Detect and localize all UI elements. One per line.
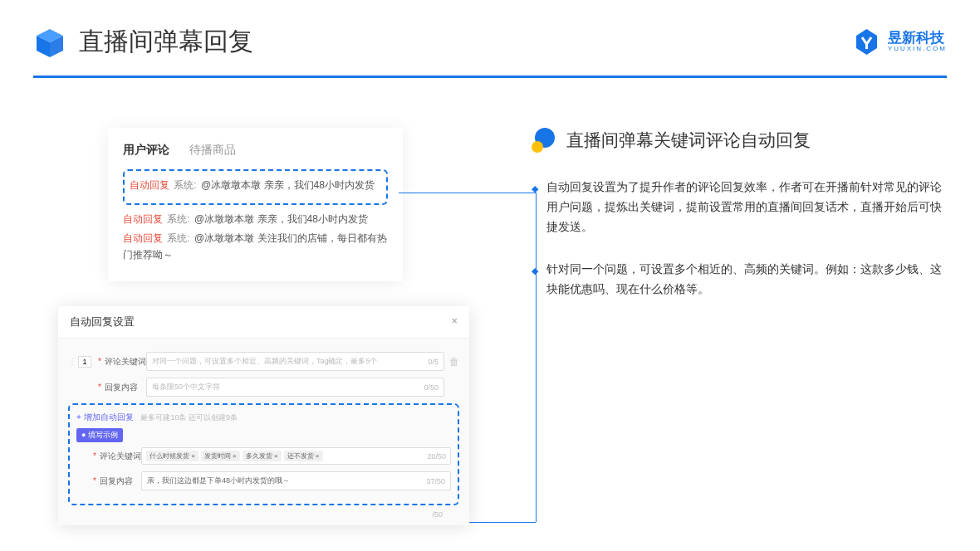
brand-name-en: YUUXIN.COM: [888, 46, 947, 53]
keyword-input[interactable]: 对同一个问题，可设置多个相近、高频的关键词，Tag确定，最多5个 0/5: [146, 352, 444, 371]
bullet-item: ◆ 自动回复设置为了提升作者的评论回复效率，作者可在开播前针对常见的评论用户问题…: [532, 178, 947, 236]
highlighted-comment: 自动回复 系统: @冰墩墩本墩 亲亲，我们48小时内发货: [123, 169, 388, 205]
auto-reply-settings-panel: 自动回复设置 × ⋮⋮ 1 * 评论关键词 对同一个问题，可设置多个相近、高频的…: [58, 306, 469, 525]
connector-line: [399, 193, 536, 193]
screenshot-illustration: 用户评论 待播商品 自动回复 系统: @冰墩墩本墩 亲亲，我们48小时内发货 自…: [108, 128, 473, 323]
index-number: 1: [78, 356, 91, 368]
footer-counter: /50: [432, 510, 443, 519]
tab-pending-products[interactable]: 待播商品: [189, 143, 236, 158]
comment-row: 自动回复 系统: @冰墩墩本墩 亲亲，我们48小时内发货: [130, 178, 381, 193]
cube-icon: [33, 26, 66, 59]
bubble-icon: [532, 128, 556, 153]
comment-row: 自动回复 系统: @冰墩墩本墩 关注我们的店铺，每日都有热门推荐呦～: [123, 231, 388, 262]
diamond-icon: ◆: [532, 181, 538, 236]
dialog-title: 自动回复设置: [70, 315, 135, 329]
connector-line: [536, 193, 537, 522]
example-keyword-tags[interactable]: 什么时候发货 × 发货时间 × 多久发货 × 还不发货 × 20/50: [141, 447, 451, 465]
tag[interactable]: 什么时候发货 ×: [146, 451, 198, 461]
page-header: 直播间弹幕回复 昱新科技 YUUXIN.COM: [0, 0, 980, 76]
comments-panel: 用户评论 待播商品 自动回复 系统: @冰墩墩本墩 亲亲，我们48小时内发货 自…: [108, 128, 403, 281]
brand-icon: [852, 27, 881, 56]
content-input[interactable]: 每条限50个中文字符 0/50: [146, 378, 444, 397]
connector-line: [469, 522, 536, 523]
close-icon[interactable]: ×: [451, 315, 458, 329]
brand-logo: 昱新科技 YUUXIN.COM: [852, 27, 947, 56]
keyword-label: 评论关键词: [105, 356, 146, 368]
add-reply-link[interactable]: + 增加自动回复 最多可建10条 还可以创建9条: [76, 412, 451, 423]
example-badge: ● 填写示例: [76, 428, 123, 442]
example-content-input[interactable]: 亲，我们这边都是下单48小时内发货的哦～ 37/50: [141, 471, 451, 490]
header-divider: [33, 76, 947, 78]
diamond-icon: ◆: [532, 263, 538, 300]
tag[interactable]: 多久发货 ×: [243, 451, 282, 461]
required-icon: *: [98, 383, 101, 392]
tab-user-comments[interactable]: 用户评论: [123, 143, 169, 158]
required-icon: *: [98, 357, 101, 366]
brand-name-cn: 昱新科技: [888, 31, 947, 46]
description-section: 直播间弹幕关键词评论自动回复 ◆ 自动回复设置为了提升作者的评论回复效率，作者可…: [473, 128, 947, 323]
tag[interactable]: 发货时间 ×: [201, 451, 240, 461]
comment-row: 自动回复 系统: @冰墩墩本墩 亲亲，我们48小时内发货: [123, 212, 388, 227]
section-heading: 直播间弹幕关键词评论自动回复: [566, 129, 811, 152]
example-highlight-box: + 增加自动回复 最多可建10条 还可以创建9条 ● 填写示例 * 评论关键词 …: [68, 403, 459, 505]
content-label: 回复内容: [105, 382, 146, 393]
page-title: 直播间弹幕回复: [79, 25, 852, 59]
delete-icon[interactable]: 🗑: [449, 356, 459, 368]
tag[interactable]: 还不发货 ×: [284, 451, 323, 461]
bullet-item: ◆ 针对同一个问题，可设置多个相近的、高频的关键词。例如：这款多少钱、这块能优惠…: [532, 260, 947, 300]
drag-handle-icon[interactable]: ⋮⋮: [68, 357, 78, 366]
